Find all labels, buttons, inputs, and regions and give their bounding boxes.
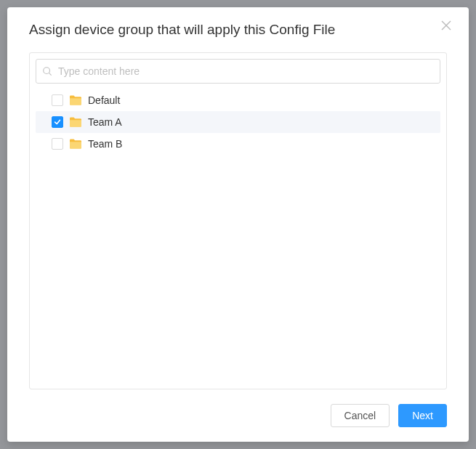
next-button[interactable]: Next [398, 404, 447, 427]
group-checkbox[interactable] [52, 116, 63, 128]
folder-icon [69, 138, 82, 150]
search-icon [42, 66, 52, 76]
folder-icon [69, 116, 82, 128]
cancel-button[interactable]: Cancel [331, 404, 390, 427]
modal-body: Default Team A Team B [7, 45, 469, 389]
assign-device-group-modal: Assign device group that will apply this… [7, 7, 469, 442]
group-row[interactable]: Team A [36, 111, 440, 133]
close-icon [441, 20, 453, 31]
folder-icon [69, 94, 82, 106]
group-label: Team A [88, 116, 122, 128]
svg-point-2 [44, 68, 50, 74]
group-panel: Default Team A Team B [29, 52, 447, 389]
group-label: Default [88, 94, 120, 106]
search-input[interactable] [36, 59, 440, 84]
modal-title: Assign device group that will apply this… [29, 22, 447, 38]
group-row[interactable]: Team B [36, 133, 440, 155]
group-row[interactable]: Default [36, 89, 440, 111]
search-box [36, 59, 440, 84]
group-checkbox[interactable] [52, 94, 63, 106]
svg-line-3 [49, 73, 52, 76]
modal-header: Assign device group that will apply this… [7, 7, 469, 45]
group-tree: Default Team A Team B [36, 89, 440, 383]
close-button[interactable] [441, 20, 453, 32]
modal-footer: Cancel Next [7, 389, 469, 442]
group-label: Team B [88, 138, 122, 150]
group-checkbox[interactable] [52, 138, 63, 150]
